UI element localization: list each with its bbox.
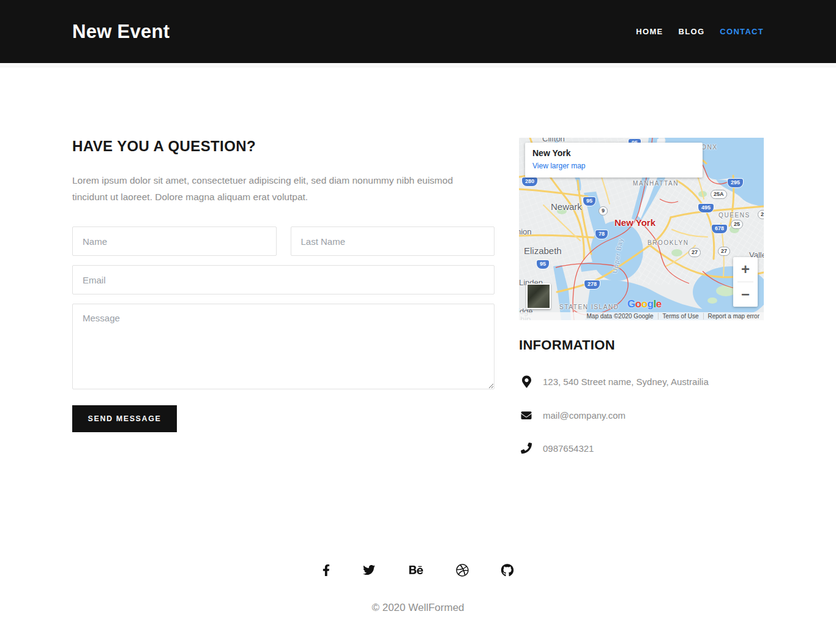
twitter-icon [362,564,376,576]
dribbble-icon [456,564,469,577]
interstate-shield: 280 [522,178,537,186]
route-shield: 25A [711,190,727,199]
map-data-attribution: Map data ©2020 Google [582,313,657,320]
twitter-link[interactable] [362,564,376,577]
social-links [0,564,836,577]
facebook-icon [323,564,330,577]
map-label: BROOKLYN [648,239,689,246]
map-label: nion [519,227,532,236]
phone-text: 0987654321 [543,443,594,454]
information-heading: INFORMATION [519,337,764,353]
message-input[interactable] [72,304,495,389]
site-header: New Event HOME BLOG CONTACT [0,0,836,63]
route-shield: 25 [758,210,764,219]
map-pin-icon [519,375,534,388]
interstate-shield: 95 [537,260,549,269]
map-zoom-controls: + − [733,257,758,307]
send-message-button[interactable]: SEND MESSAGE [72,405,177,432]
map-label: Upper Bay [611,237,624,274]
interstate-shield: 295 [728,179,743,187]
interstate-shield: 495 [698,204,714,212]
satellite-toggle-thumbnail[interactable] [526,283,551,309]
contact-section: HAVE YOU A QUESTION? Lorem ipsum dolor s… [72,138,495,454]
interstate-shield: 278 [584,280,600,289]
route-shield: 9 [599,206,608,215]
email-text: mail@company.com [543,410,625,421]
route-shield: 27 [689,248,701,257]
site-logo[interactable]: New Event [72,21,170,43]
address-item: 123, 540 Street name, Sydney, Austrailia [519,375,764,388]
behance-link[interactable] [408,564,424,577]
interstate-shield: 678 [712,225,727,233]
github-link[interactable] [501,564,514,577]
terms-of-use-link[interactable]: Terms of Use [658,313,703,320]
map-label: ONX [701,144,717,151]
interstate-shield: 78 [595,230,608,239]
google-map[interactable]: CliftonONXMANHATTANNewarkNew YorkQUEENSE… [519,138,764,320]
report-map-error-link[interactable]: Report a map error [703,313,764,320]
map-info-card: New York View larger map [525,143,703,178]
main-nav: HOME BLOG CONTACT [621,27,764,36]
section-description: Lorem ipsum dolor sit amet, consectetuer… [72,172,476,205]
dribbble-link[interactable] [456,564,469,577]
nav-home[interactable]: HOME [636,27,663,36]
phone-item: 0987654321 [519,443,764,454]
nav-contact[interactable]: CONTACT [720,27,764,36]
interstate-shield: 95 [583,197,595,206]
facebook-link[interactable] [323,564,330,577]
view-larger-map-link[interactable]: View larger map [532,162,585,170]
github-icon [501,564,514,577]
map-label: QUEENS [718,212,750,219]
contact-form: SEND MESSAGE [72,227,495,432]
page-title: HAVE YOU A QUESTION? [72,138,495,155]
main-content: HAVE YOU A QUESTION? Lorem ipsum dolor s… [72,67,764,454]
map-label: New York [614,217,655,228]
email-input[interactable] [72,265,495,294]
map-card-title: New York [532,148,695,158]
name-input[interactable] [72,227,277,256]
site-footer: © 2020 WellFormed [0,564,836,614]
map-zoom-in-button[interactable]: + [733,257,758,282]
map-label: STATEN ISLAND [559,304,619,310]
header-shadow-strip [0,63,836,67]
map-label: Newark [551,201,582,212]
last-name-input[interactable] [291,227,495,256]
map-zoom-out-button[interactable]: − [733,282,758,307]
route-shield: 27 [718,247,730,256]
info-column: CliftonONXMANHATTANNewarkNew YorkQUEENSE… [519,138,764,454]
behance-icon [408,564,424,576]
copyright-text: © 2020 WellFormed [0,602,836,614]
map-label: Elizabeth [524,245,562,256]
envelope-icon [519,410,534,421]
address-text: 123, 540 Street name, Sydney, Austrailia [543,376,709,387]
nav-blog[interactable]: BLOG [679,27,705,36]
map-attribution-bar: Map data ©2020 Google Terms of Use Repor… [519,312,764,320]
route-shield: 25 [731,220,743,229]
email-item: mail@company.com [519,410,764,421]
map-label: MANHATTAN [633,180,679,187]
phone-icon [519,443,534,454]
